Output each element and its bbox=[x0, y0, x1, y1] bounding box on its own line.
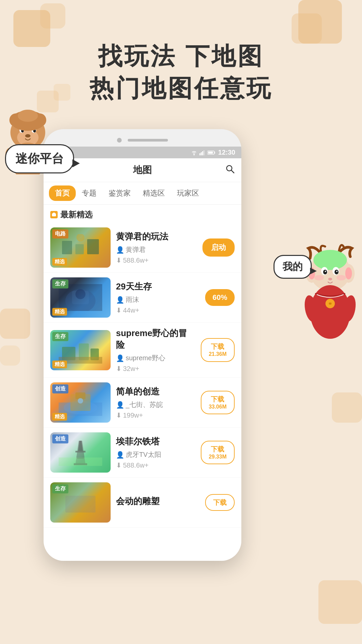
download-size-5: 29.33M bbox=[209, 453, 227, 461]
game-badge-4: 精选 bbox=[52, 413, 67, 421]
svg-rect-51 bbox=[87, 239, 99, 254]
phone-frame: 12:30 地图 首页 专题 鉴赏家 精选区 玩家区 bbox=[44, 129, 241, 561]
download-size-4: 33.06M bbox=[209, 404, 227, 411]
author-icon-5: 👤 bbox=[116, 451, 124, 459]
deer-bubble-text: 我的 bbox=[283, 261, 303, 272]
progress-button-2[interactable]: 60% bbox=[205, 289, 235, 306]
tab-featured[interactable]: 精选区 bbox=[137, 185, 171, 201]
download-button-5[interactable]: 下载 29.33M bbox=[201, 441, 235, 465]
download-icon-1: ⬇ bbox=[116, 256, 122, 264]
download-size-3: 21.36M bbox=[209, 351, 227, 358]
game-list: 电路 精选 黄弹君的玩法 👤 黄弹君 ⬇ 588.6w+ bbox=[44, 223, 241, 528]
svg-rect-39 bbox=[201, 152, 202, 155]
game-info-6: 会动的雕塑 bbox=[116, 495, 200, 510]
status-icons bbox=[191, 150, 216, 155]
game-item-2: 生存 精选 29天生存 👤 雨沫 ⬇ 44w+ bbox=[44, 273, 241, 323]
search-button[interactable] bbox=[225, 164, 235, 176]
game-badge-2: 精选 bbox=[52, 308, 67, 316]
tab-players[interactable]: 玩家区 bbox=[171, 185, 205, 201]
game-name-2: 29天生存 bbox=[116, 281, 200, 292]
svg-point-28 bbox=[336, 271, 338, 272]
game-tag-1: 电路 bbox=[52, 229, 68, 238]
author-icon-4: 👤 bbox=[116, 401, 124, 409]
section-title: 最新精选 bbox=[60, 209, 93, 220]
game-action-4[interactable]: 下载 33.06M bbox=[201, 391, 235, 415]
game-info-1: 黄弹君的玩法 👤 黄弹君 ⬇ 588.6w+ bbox=[116, 231, 197, 264]
game-name-4: 简单的创造 bbox=[116, 386, 195, 397]
start-button-1[interactable]: 启动 bbox=[202, 238, 235, 257]
game-action-3[interactable]: 下载 21.36M bbox=[201, 338, 235, 362]
game-action-5[interactable]: 下载 29.33M bbox=[201, 441, 235, 465]
game-badge-3: 精选 bbox=[52, 361, 67, 368]
download-button-4[interactable]: 下载 33.06M bbox=[201, 391, 235, 415]
tab-connoisseur[interactable]: 鉴赏家 bbox=[103, 185, 137, 201]
svg-point-65 bbox=[78, 398, 83, 404]
game-downloads-5: ⬇ 588.6w+ bbox=[116, 461, 195, 469]
hero-line1: 找玩法 下地图 bbox=[0, 40, 362, 72]
wifi-icon bbox=[191, 150, 197, 155]
deco-square-8 bbox=[0, 345, 20, 366]
phone-bar bbox=[128, 139, 168, 142]
deer-speech-bubble: 我的 bbox=[274, 255, 312, 279]
status-time: 12:30 bbox=[218, 149, 235, 156]
svg-point-18 bbox=[313, 250, 347, 270]
svg-rect-43 bbox=[214, 152, 215, 154]
svg-rect-48 bbox=[53, 213, 55, 214]
svg-rect-71 bbox=[59, 458, 102, 466]
svg-rect-38 bbox=[199, 153, 200, 155]
game-item-1: 电路 精选 黄弹君的玩法 👤 黄弹君 ⬇ 588.6w+ bbox=[44, 223, 241, 273]
game-downloads-2: ⬇ 44w+ bbox=[116, 306, 200, 314]
game-author-4: 👤 _七街、苏皖 bbox=[116, 400, 195, 409]
game-thumb-6: 生存 bbox=[50, 482, 111, 523]
game-name-6: 会动的雕塑 bbox=[116, 495, 200, 507]
bear-speech-bubble: 迷你平台 bbox=[5, 144, 74, 173]
search-icon bbox=[225, 164, 235, 174]
section-badge-icon bbox=[50, 211, 58, 218]
svg-point-52 bbox=[76, 234, 84, 241]
game-thumb-5: 创造 bbox=[50, 432, 111, 473]
svg-rect-40 bbox=[202, 151, 203, 155]
tab-homepage[interactable]: 首页 bbox=[49, 185, 76, 201]
game-item-6: 生存 会动的雕塑 下载 bbox=[44, 478, 241, 528]
deco-square-9 bbox=[332, 392, 362, 423]
svg-point-10 bbox=[25, 134, 31, 138]
game-downloads-1: ⬇ 588.6w+ bbox=[116, 256, 197, 264]
game-thumb-4: 创造 精选 bbox=[50, 382, 111, 423]
svg-point-26 bbox=[335, 270, 339, 274]
game-author-5: 👤 虎牙TV太阳 bbox=[116, 450, 195, 459]
download-button-6[interactable]: 下载 bbox=[205, 494, 235, 511]
svg-line-46 bbox=[231, 170, 234, 173]
svg-rect-72 bbox=[65, 496, 96, 513]
game-name-5: 埃菲尔铁塔 bbox=[116, 436, 195, 447]
deco-square-7 bbox=[0, 309, 30, 339]
game-action-1[interactable]: 启动 bbox=[202, 238, 235, 257]
author-icon-3: 👤 bbox=[116, 354, 124, 362]
svg-point-22 bbox=[345, 267, 352, 279]
game-thumb-1: 电路 精选 bbox=[50, 227, 111, 268]
app-title: 地图 bbox=[133, 164, 152, 176]
tab-topics[interactable]: 专题 bbox=[76, 185, 103, 201]
game-info-4: 简单的创造 👤 _七街、苏皖 ⬇ 199w+ bbox=[116, 386, 195, 419]
hero-text: 找玩法 下地图 热门地图任意玩 bbox=[0, 40, 362, 105]
svg-rect-44 bbox=[208, 152, 213, 154]
signal-icon bbox=[199, 150, 205, 155]
download-button-3[interactable]: 下载 21.36M bbox=[201, 338, 235, 362]
svg-point-37 bbox=[193, 154, 195, 155]
download-icon-4: ⬇ bbox=[116, 411, 122, 419]
deco-square-2 bbox=[40, 3, 65, 29]
app-content: 地图 首页 专题 鉴赏家 精选区 玩家区 bbox=[44, 158, 241, 561]
game-action-2[interactable]: 60% bbox=[205, 289, 235, 306]
svg-point-29 bbox=[314, 275, 324, 280]
game-action-6[interactable]: 下载 bbox=[205, 494, 235, 511]
svg-point-25 bbox=[323, 270, 327, 274]
game-tag-6: 生存 bbox=[52, 484, 68, 493]
game-thumb-2: 生存 精选 bbox=[50, 277, 111, 318]
svg-rect-41 bbox=[203, 150, 204, 155]
game-tag-4: 创造 bbox=[52, 384, 68, 393]
phone-dot bbox=[117, 138, 122, 143]
game-author-1: 👤 黄弹君 bbox=[116, 245, 197, 254]
game-item-5: 创造 埃菲尔铁塔 👤 虎牙TV太阳 ⬇ 588.6w+ bbox=[44, 428, 241, 478]
deco-square-10 bbox=[318, 580, 362, 624]
svg-point-56 bbox=[75, 289, 85, 299]
svg-point-16 bbox=[18, 110, 38, 122]
